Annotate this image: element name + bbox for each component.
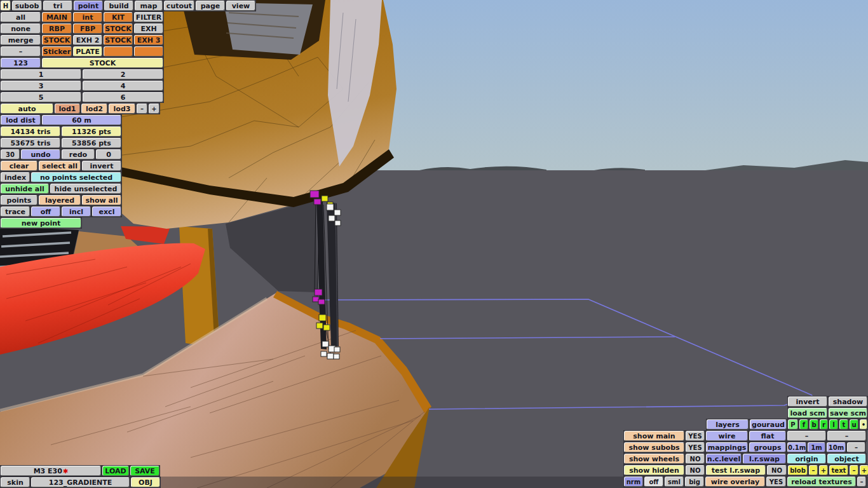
btn-invert[interactable]: invert — [82, 161, 121, 171]
btn-show-main[interactable]: show main — [624, 431, 684, 441]
btn-l-r-swap[interactable]: l.r.swap — [743, 454, 786, 464]
btn-sticker[interactable]: Sticker — [42, 46, 72, 57]
btn-save[interactable]: SAVE — [130, 466, 159, 476]
btn-plate[interactable]: PLATE — [73, 46, 102, 57]
btn-3[interactable]: 3 — [1, 81, 81, 91]
btn-show-hidden[interactable]: show hidden — [624, 465, 684, 475]
btn-load-scm[interactable]: load scm — [788, 408, 827, 418]
btn-t[interactable]: t — [839, 419, 848, 430]
btn-no[interactable]: NO — [686, 465, 705, 475]
btn-f[interactable]: f — [799, 419, 808, 430]
btn-map[interactable]: map — [135, 1, 163, 11]
btn-kit[interactable]: KIT — [104, 12, 133, 22]
btn-wire-overlay[interactable]: wire overlay — [705, 477, 765, 487]
btn-6[interactable]: 6 — [83, 92, 163, 102]
btn-excl[interactable]: excl — [92, 207, 121, 217]
btn-build[interactable]: build — [104, 1, 133, 11]
btn-exh-2[interactable]: EXH 2 — [73, 35, 102, 45]
btn-lod2[interactable]: lod2 — [81, 104, 107, 114]
btn-53856-pts[interactable]: 53856 pts — [62, 138, 121, 148]
btn-trace[interactable]: trace — [1, 207, 30, 217]
btn-p[interactable]: P — [788, 419, 798, 430]
btn-test-l-r-swap[interactable]: test l.r.swap — [706, 465, 766, 475]
btn-obj[interactable]: OBJ — [131, 477, 160, 487]
btn-53675-tris[interactable]: 53675 tris — [1, 138, 60, 148]
btn-unhide-all[interactable]: unhide all — [1, 184, 49, 194]
btn-new-point[interactable]: new point — [1, 218, 81, 228]
btn-dash[interactable]: – — [787, 431, 826, 441]
btn-show-all[interactable]: show all — [82, 195, 121, 205]
btn-dash[interactable]: – — [1, 46, 41, 57]
btn-dash[interactable]: – — [850, 465, 858, 475]
btn-1[interactable]: 1 — [1, 69, 81, 79]
btn-no-points-selected[interactable]: no points selected — [31, 172, 121, 182]
btn-redo[interactable]: redo — [62, 149, 95, 159]
btn-layered[interactable]: layered — [39, 195, 81, 205]
btn-blank[interactable] — [134, 46, 163, 57]
btn-lod3[interactable]: lod3 — [109, 104, 135, 114]
btn-h[interactable]: H — [1, 1, 11, 11]
btn-4[interactable]: 4 — [83, 81, 163, 91]
btn-text[interactable]: text — [829, 465, 848, 475]
btn-no[interactable]: NO — [767, 465, 787, 475]
btn-lod-dist[interactable]: lod dist — [1, 115, 41, 125]
btn-invert[interactable]: invert — [788, 396, 827, 407]
btn-wire[interactable]: wire — [706, 431, 748, 441]
btn-r[interactable]: r — [820, 419, 828, 430]
btn-int[interactable]: int — [73, 12, 102, 22]
btn-undo[interactable]: undo — [21, 149, 60, 159]
btn-mappings[interactable]: mappings — [706, 442, 748, 452]
btn-plus[interactable]: + — [149, 104, 159, 114]
btn-123[interactable]: 123 — [1, 58, 41, 68]
btn-dash[interactable]: – — [857, 477, 866, 487]
btn-load[interactable]: LOAD — [102, 466, 129, 476]
btn-select-all[interactable]: select all — [39, 161, 81, 171]
btn-1m[interactable]: 1m — [808, 442, 825, 452]
btn-cutout[interactable]: cutout — [164, 1, 194, 11]
btn-11326-pts[interactable]: 11326 pts — [62, 126, 121, 137]
btn-sml[interactable]: sml — [665, 477, 684, 487]
btn-dash[interactable]: – — [137, 104, 147, 114]
btn-dash[interactable]: – — [827, 431, 866, 441]
btn-2[interactable]: 2 — [83, 69, 163, 79]
btn-subob[interactable]: subob — [12, 1, 42, 11]
btn-groups[interactable]: groups — [749, 442, 786, 452]
btn-tri[interactable]: tri — [43, 1, 72, 11]
btn-off[interactable]: off — [31, 207, 60, 217]
btn-origin[interactable]: origin — [787, 454, 826, 464]
btn-index[interactable]: index — [1, 172, 30, 182]
btn-save-scm[interactable]: save scm — [829, 408, 867, 418]
btn-yes[interactable]: YES — [766, 477, 786, 487]
btn-0-1m[interactable]: 0.1m — [787, 442, 806, 452]
btn-dash[interactable]: – — [847, 442, 865, 452]
btn-nrm[interactable]: nrm — [624, 477, 643, 487]
btn-all[interactable]: all — [1, 12, 41, 22]
btn-layers[interactable]: layers — [707, 419, 749, 430]
btn-hide-unselected[interactable]: hide unselected — [50, 184, 121, 194]
btn-stock[interactable]: STOCK — [104, 24, 133, 34]
btn-none[interactable]: none — [1, 24, 41, 34]
btn-blob[interactable]: blob — [788, 465, 808, 475]
btn-show-subobs[interactable]: show subobs — [624, 442, 684, 452]
btn-big[interactable]: big — [685, 477, 704, 487]
btn-fbp[interactable]: FBP — [73, 24, 102, 34]
btn-blank[interactable] — [104, 46, 133, 57]
btn-m3-e30[interactable]: M3 E30✱ — [1, 466, 101, 476]
btn-stock[interactable]: STOCK — [42, 35, 72, 45]
btn-auto[interactable]: auto — [1, 104, 53, 114]
btn-page[interactable]: page — [196, 1, 225, 11]
btn-yes[interactable]: YES — [686, 431, 705, 441]
btn-stock[interactable]: STOCK — [42, 58, 163, 68]
btn-object[interactable]: object — [827, 454, 866, 464]
btn-off[interactable]: off — [644, 477, 663, 487]
btn-30[interactable]: 30 — [1, 149, 20, 159]
btn-b[interactable]: b — [810, 419, 818, 430]
btn-no[interactable]: NO — [686, 454, 705, 464]
btn-plus[interactable]: + — [819, 465, 828, 475]
btn-l[interactable]: l — [829, 419, 838, 430]
btn-14134-tris[interactable]: 14134 tris — [1, 126, 60, 137]
btn-merge[interactable]: merge — [1, 35, 41, 45]
btn-shadow[interactable]: shadow — [829, 396, 867, 407]
btn-reload-textures[interactable]: reload textures — [787, 477, 856, 487]
btn-gouraud[interactable]: gouraud — [750, 419, 787, 430]
